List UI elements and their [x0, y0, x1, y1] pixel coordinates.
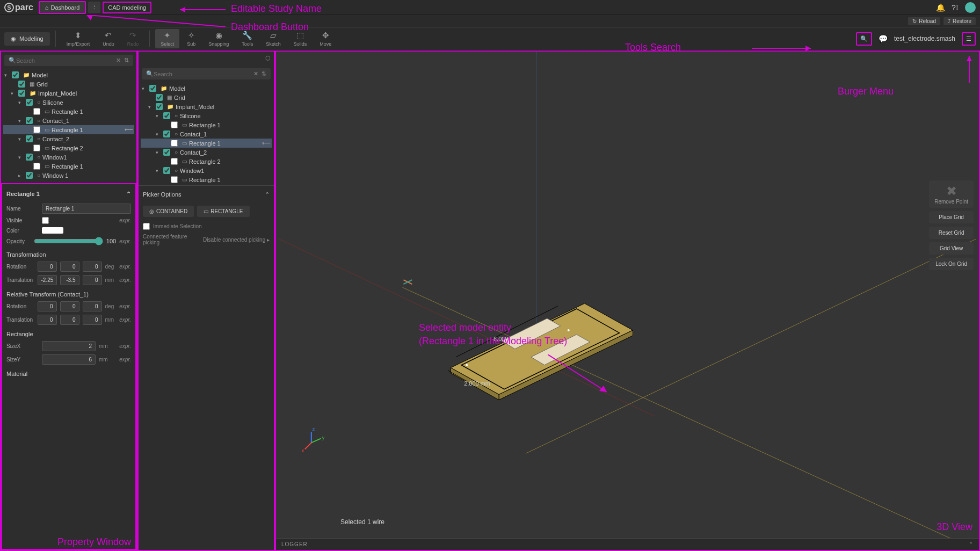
dim-2mm: 2.000 mm [464, 380, 490, 387]
mid-search-input[interactable] [154, 71, 253, 77]
tree-node-win1[interactable]: ▸○Window 1 [3, 171, 134, 180]
help-icon[interactable]: ?⃝ [952, 3, 959, 12]
dim-6mm: 6.000 mm [493, 336, 520, 342]
menu-dots-button[interactable]: ⋮ [88, 2, 100, 13]
mid-tree-rect1b[interactable]: ▭Rectangle 1 [141, 175, 272, 184]
tree-node-grid[interactable]: ▦Grid [3, 79, 134, 89]
tool-sketch[interactable]: ▱Sketch [260, 29, 286, 48]
picker-header[interactable]: Picker Options⌃ [143, 190, 270, 202]
tree-node-model[interactable]: ▾📁Model [3, 70, 134, 79]
burger-menu-button[interactable]: ☰ [962, 32, 976, 46]
lock-grid-button[interactable]: Lock On Grid [929, 258, 974, 270]
tools-search-button[interactable]: 🔍 [856, 32, 872, 46]
mid-tree-implant[interactable]: ▾📁Implant_Model [141, 102, 272, 111]
tool-snapping[interactable]: ◉Snapping [203, 29, 234, 48]
avatar[interactable] [965, 2, 976, 13]
rel-rot-z[interactable] [83, 301, 102, 311]
rel-rot-x[interactable] [38, 301, 57, 311]
cube-icon[interactable]: ⬡ [265, 55, 271, 62]
clear-icon[interactable]: ✕ [116, 57, 121, 64]
trans-y[interactable] [60, 275, 79, 285]
tree-node-contact2[interactable]: ▾○Contact_2 [3, 134, 134, 143]
mid-tree-window1[interactable]: ▾○Window1 [141, 166, 272, 175]
undo-icon: ↶ [105, 31, 112, 40]
collapse-icon[interactable]: ⇅ [262, 70, 266, 77]
tree-search-input[interactable] [16, 57, 116, 64]
tool-solids[interactable]: ⬚Solids [288, 29, 313, 48]
3d-view-label: 3D View [937, 521, 972, 533]
rot-x[interactable] [38, 262, 57, 272]
modeling-mode-button[interactable]: ◉ Modeling [4, 32, 50, 46]
remove-point-button[interactable]: ✖Remove Point [929, 180, 974, 208]
restore-button[interactable]: ⤴Restore [943, 17, 976, 25]
contained-toggle[interactable]: ◎CONTAINED [143, 206, 194, 217]
tree-node-silicone[interactable]: ▾○Silicone [3, 98, 134, 107]
tool-import-export[interactable]: ⬍Imp/Export [61, 29, 96, 48]
comment-icon[interactable]: 💬 [879, 34, 888, 43]
mid-tree-rect1-sel[interactable]: ▭Rectangle 1⟵ [141, 139, 272, 148]
cube-icon: ◉ [11, 35, 16, 42]
rel-trans-y[interactable] [60, 315, 79, 325]
tree-node-rect1-selected[interactable]: ▭Rectangle 1⟵ [3, 125, 134, 134]
trans-x[interactable] [38, 275, 57, 285]
place-grid-button[interactable]: Place Grid [929, 211, 974, 223]
search-icon: 🔍 [9, 57, 16, 64]
reset-grid-button[interactable]: Reset Grid [929, 227, 974, 239]
mid-tree-rect2[interactable]: ▭Rectangle 2 [141, 157, 272, 166]
color-swatch[interactable] [42, 227, 63, 234]
mid-tree-contact1[interactable]: ▾○Contact_1 [141, 129, 272, 139]
mid-tree-silicone[interactable]: ▾○Silicone [141, 111, 272, 120]
tool-redo[interactable]: ↷Redo [122, 29, 144, 48]
tree-node-implant[interactable]: ▾📁Implant_Model [3, 89, 134, 98]
rel-transform-section: Relative Transform (Contact_1) [6, 287, 131, 300]
tree-node-window1[interactable]: ▾○Window1 [3, 153, 134, 162]
bell-icon[interactable]: 🔔 [936, 3, 945, 12]
tool-select[interactable]: ✦Select [155, 29, 179, 48]
rect-icon: ▭ [45, 108, 49, 114]
mid-tree-search[interactable]: 🔍 ✕ ⇅ [142, 68, 271, 79]
rel-trans-x[interactable] [38, 315, 57, 325]
clear-icon[interactable]: ✕ [253, 70, 258, 77]
import-export-icon: ⬍ [75, 31, 82, 40]
name-input[interactable] [42, 204, 131, 214]
grid-view-button[interactable]: Grid View [929, 242, 974, 255]
mid-tree-contact2[interactable]: ▾○Contact_2 [141, 148, 272, 157]
folder-icon: 📁 [30, 90, 36, 96]
close-icon: ✖ [946, 184, 957, 199]
tool-move[interactable]: ✥Move [314, 29, 337, 48]
tool-sub[interactable]: ✧Sub [182, 29, 201, 48]
property-header[interactable]: Rectangle 1⌃ [6, 189, 131, 202]
tree-node-contact1[interactable]: ▾○Contact_1 [3, 116, 134, 125]
collapse-icon[interactable]: ⇅ [124, 57, 129, 64]
rel-rot-y[interactable] [60, 301, 79, 311]
mid-tree-model[interactable]: ▾📁Model [141, 84, 272, 93]
opacity-slider[interactable] [34, 237, 103, 245]
study-name-field[interactable]: CAD modeling [103, 2, 151, 13]
logger-bar[interactable]: LOGGER⌃ [276, 538, 979, 550]
tree-node-rect1a[interactable]: ▭Rectangle 1 [3, 107, 134, 116]
tool-tools[interactable]: 🔧Tools [236, 29, 258, 48]
rot-y[interactable] [60, 262, 79, 272]
immediate-checkbox[interactable] [143, 223, 150, 230]
circle-icon: ○ [37, 99, 40, 105]
mid-tree-grid[interactable]: ▦Grid [141, 93, 272, 102]
3d-viewport[interactable]: 6.000 mm 2.000 mm z y x Selected 1 wire … [275, 50, 980, 551]
move-icon: ✥ [322, 31, 329, 40]
dashboard-button[interactable]: ⌂ Dashboard [39, 1, 86, 14]
visible-checkbox[interactable] [42, 217, 49, 224]
reload-icon: ↻ [912, 18, 917, 24]
tree-search[interactable]: 🔍 ✕ ⇅ [4, 55, 133, 66]
tree-node-rect2[interactable]: ▭Rectangle 2 [3, 143, 134, 153]
reload-button[interactable]: ↻Reload [908, 17, 940, 25]
mid-tree-rect1a[interactable]: ▭Rectangle 1 [141, 120, 272, 129]
disable-picking-button[interactable]: Disable connected picking ▸ [203, 236, 270, 244]
target-icon: ◎ [149, 208, 154, 214]
sizex-input[interactable] [42, 341, 96, 351]
rel-trans-z[interactable] [83, 315, 102, 325]
tool-undo[interactable]: ↶Undo [97, 29, 120, 48]
tree-node-rect1b[interactable]: ▭Rectangle 1 [3, 162, 134, 171]
trans-z[interactable] [83, 275, 102, 285]
sizey-input[interactable] [42, 354, 96, 365]
rot-z[interactable] [83, 262, 102, 272]
rectangle-toggle[interactable]: ▭RECTANGLE [197, 206, 249, 217]
